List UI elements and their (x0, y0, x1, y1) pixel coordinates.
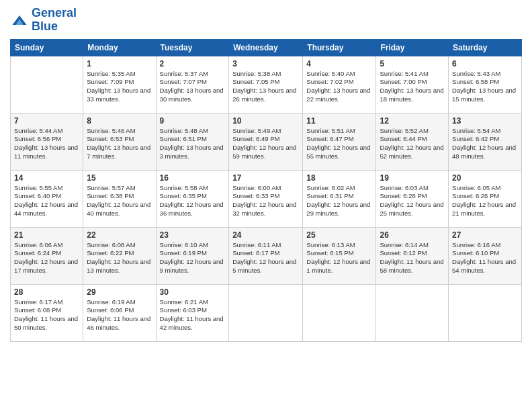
day-number: 5 (380, 59, 445, 68)
calendar-cell: 4Sunrise: 5:40 AMSunset: 7:02 PMDaylight… (303, 56, 376, 113)
calendar-cell (449, 284, 522, 341)
calendar-cell: 28Sunrise: 6:17 AMSunset: 6:08 PMDayligh… (11, 284, 83, 341)
day-info: Sunrise: 5:41 AMSunset: 7:00 PMDaylight:… (380, 70, 445, 104)
day-number: 14 (14, 173, 79, 183)
day-number: 20 (452, 173, 518, 183)
calendar-cell: 3Sunrise: 5:38 AMSunset: 7:05 PMDaylight… (229, 56, 303, 113)
calendar-cell: 21Sunrise: 6:06 AMSunset: 6:24 PMDayligh… (11, 227, 83, 284)
calendar-cell: 10Sunrise: 5:49 AMSunset: 6:49 PMDayligh… (229, 113, 303, 170)
calendar-cell: 1Sunrise: 5:35 AMSunset: 7:09 PMDaylight… (83, 56, 156, 113)
day-info: Sunrise: 6:08 AMSunset: 6:22 PMDaylight:… (87, 241, 152, 275)
calendar-cell: 9Sunrise: 5:48 AMSunset: 6:51 PMDaylight… (156, 113, 229, 170)
day-info: Sunrise: 6:00 AMSunset: 6:33 PMDaylight:… (232, 184, 299, 218)
day-number: 23 (160, 230, 226, 240)
calendar-cell: 2Sunrise: 5:37 AMSunset: 7:07 PMDaylight… (156, 56, 229, 113)
calendar-cell (376, 284, 449, 341)
day-number: 22 (87, 230, 152, 240)
day-info: Sunrise: 5:49 AMSunset: 6:49 PMDaylight:… (232, 127, 299, 161)
day-number: 10 (232, 116, 299, 126)
day-info: Sunrise: 6:10 AMSunset: 6:19 PMDaylight:… (160, 241, 226, 275)
calendar-cell: 25Sunrise: 6:13 AMSunset: 6:15 PMDayligh… (303, 227, 376, 284)
calendar-header-wednesday: Wednesday (229, 39, 303, 56)
calendar-cell: 29Sunrise: 6:19 AMSunset: 6:06 PMDayligh… (83, 284, 156, 341)
day-info: Sunrise: 5:52 AMSunset: 6:44 PMDaylight:… (380, 127, 445, 161)
day-number: 4 (306, 59, 372, 68)
calendar-cell: 26Sunrise: 6:14 AMSunset: 6:12 PMDayligh… (376, 227, 449, 284)
day-info: Sunrise: 6:17 AMSunset: 6:08 PMDaylight:… (14, 298, 79, 332)
calendar-header-tuesday: Tuesday (156, 39, 229, 56)
day-info: Sunrise: 6:14 AMSunset: 6:12 PMDaylight:… (380, 241, 445, 275)
day-info: Sunrise: 5:35 AMSunset: 7:09 PMDaylight:… (87, 70, 152, 104)
calendar-header-sunday: Sunday (11, 39, 83, 56)
day-number: 2 (160, 59, 226, 68)
day-number: 21 (14, 230, 79, 240)
calendar-cell: 8Sunrise: 5:46 AMSunset: 6:53 PMDaylight… (83, 113, 156, 170)
calendar-cell: 20Sunrise: 6:05 AMSunset: 6:26 PMDayligh… (449, 170, 522, 227)
day-info: Sunrise: 5:54 AMSunset: 6:42 PMDaylight:… (452, 127, 518, 161)
day-info: Sunrise: 5:44 AMSunset: 6:56 PMDaylight:… (14, 127, 79, 161)
calendar-week-1: 1Sunrise: 5:35 AMSunset: 7:09 PMDaylight… (11, 56, 522, 113)
calendar-week-3: 14Sunrise: 5:55 AMSunset: 6:40 PMDayligh… (11, 170, 522, 227)
day-info: Sunrise: 6:03 AMSunset: 6:28 PMDaylight:… (380, 184, 445, 218)
day-info: Sunrise: 5:48 AMSunset: 6:51 PMDaylight:… (160, 127, 226, 161)
day-number: 26 (380, 230, 445, 240)
calendar-week-5: 28Sunrise: 6:17 AMSunset: 6:08 PMDayligh… (11, 284, 522, 341)
calendar-cell (303, 284, 376, 341)
calendar-cell (11, 56, 83, 113)
day-info: Sunrise: 5:40 AMSunset: 7:02 PMDaylight:… (306, 70, 372, 104)
day-number: 19 (380, 173, 445, 183)
calendar-cell: 15Sunrise: 5:57 AMSunset: 6:38 PMDayligh… (83, 170, 156, 227)
calendar-cell: 7Sunrise: 5:44 AMSunset: 6:56 PMDaylight… (11, 113, 83, 170)
day-number: 25 (306, 230, 372, 240)
logo-text: General Blue (32, 7, 77, 34)
day-info: Sunrise: 6:05 AMSunset: 6:26 PMDaylight:… (452, 184, 518, 218)
calendar-cell: 11Sunrise: 5:51 AMSunset: 6:47 PMDayligh… (303, 113, 376, 170)
calendar-header-monday: Monday (83, 39, 156, 56)
calendar-header-saturday: Saturday (449, 39, 522, 56)
day-info: Sunrise: 5:55 AMSunset: 6:40 PMDaylight:… (14, 184, 79, 218)
calendar-week-2: 7Sunrise: 5:44 AMSunset: 6:56 PMDaylight… (11, 113, 522, 170)
calendar-cell: 24Sunrise: 6:11 AMSunset: 6:17 PMDayligh… (229, 227, 303, 284)
calendar-cell (229, 284, 303, 341)
day-number: 16 (160, 173, 226, 183)
day-number: 30 (160, 287, 226, 297)
day-info: Sunrise: 6:06 AMSunset: 6:24 PMDaylight:… (14, 241, 79, 275)
calendar-cell: 12Sunrise: 5:52 AMSunset: 6:44 PMDayligh… (376, 113, 449, 170)
day-info: Sunrise: 5:46 AMSunset: 6:53 PMDaylight:… (87, 127, 152, 161)
day-number: 27 (452, 230, 518, 240)
day-number: 8 (87, 116, 152, 126)
day-info: Sunrise: 6:16 AMSunset: 6:10 PMDaylight:… (452, 241, 518, 275)
day-number: 9 (160, 116, 226, 126)
day-info: Sunrise: 6:21 AMSunset: 6:03 PMDaylight:… (160, 298, 226, 332)
calendar-cell: 30Sunrise: 6:21 AMSunset: 6:03 PMDayligh… (156, 284, 229, 341)
day-number: 1 (87, 59, 152, 68)
calendar-cell: 27Sunrise: 6:16 AMSunset: 6:10 PMDayligh… (449, 227, 522, 284)
day-number: 28 (14, 287, 79, 297)
day-number: 3 (232, 59, 299, 68)
calendar-cell: 14Sunrise: 5:55 AMSunset: 6:40 PMDayligh… (11, 170, 83, 227)
day-number: 11 (306, 116, 372, 126)
day-number: 6 (452, 59, 518, 68)
calendar-cell: 13Sunrise: 5:54 AMSunset: 6:42 PMDayligh… (449, 113, 522, 170)
day-info: Sunrise: 5:43 AMSunset: 6:58 PMDaylight:… (452, 70, 518, 104)
day-info: Sunrise: 6:02 AMSunset: 6:31 PMDaylight:… (306, 184, 372, 218)
day-info: Sunrise: 5:57 AMSunset: 6:38 PMDaylight:… (87, 184, 152, 218)
calendar-cell: 16Sunrise: 5:58 AMSunset: 6:35 PMDayligh… (156, 170, 229, 227)
day-info: Sunrise: 5:51 AMSunset: 6:47 PMDaylight:… (306, 127, 372, 161)
page-header: General Blue (10, 7, 522, 34)
day-info: Sunrise: 6:13 AMSunset: 6:15 PMDaylight:… (306, 241, 372, 275)
calendar-cell: 22Sunrise: 6:08 AMSunset: 6:22 PMDayligh… (83, 227, 156, 284)
calendar-cell: 17Sunrise: 6:00 AMSunset: 6:33 PMDayligh… (229, 170, 303, 227)
calendar-header-thursday: Thursday (303, 39, 376, 56)
calendar-header-row: SundayMondayTuesdayWednesdayThursdayFrid… (11, 39, 522, 56)
logo: General Blue (10, 7, 77, 34)
calendar-header-friday: Friday (376, 39, 449, 56)
calendar-cell: 23Sunrise: 6:10 AMSunset: 6:19 PMDayligh… (156, 227, 229, 284)
day-number: 24 (232, 230, 299, 240)
day-number: 17 (232, 173, 299, 183)
calendar-cell: 6Sunrise: 5:43 AMSunset: 6:58 PMDaylight… (449, 56, 522, 113)
logo-icon (10, 11, 29, 30)
day-number: 18 (306, 173, 372, 183)
day-number: 7 (14, 116, 79, 126)
day-number: 12 (380, 116, 445, 126)
